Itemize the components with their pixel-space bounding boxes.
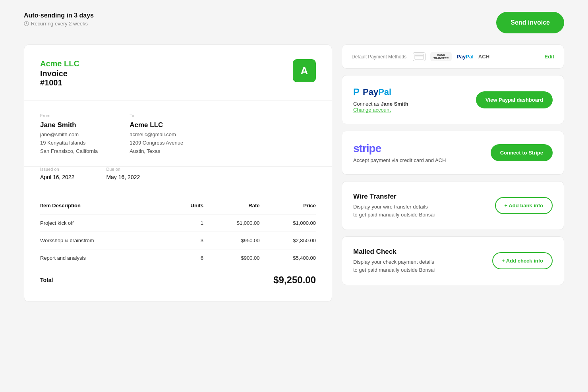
wire-transfer-card-left: Wire Transfer Display your wire transfer… [353, 193, 435, 218]
add-check-info-button[interactable]: + Add check info [492, 252, 553, 269]
paypal-connect-as: Connect as Jane Smith [353, 101, 408, 107]
bank-transfer-icon: BANKTRANSFER [430, 52, 452, 61]
col-rate-header: Rate [203, 203, 259, 214]
wire-transfer-description: Display your wire transfer details to ge… [353, 203, 435, 218]
paypal-change-account-link[interactable]: Change account [353, 107, 408, 113]
connect-to-stripe-button[interactable]: Connect to Stripe [491, 144, 553, 161]
svg-rect-1 [415, 54, 424, 60]
to-block: To Acme LLC acmellc@gmail.com 1209 Congr… [130, 113, 183, 155]
item-rate: $1,000.00 [203, 214, 259, 232]
col-price-header: Price [260, 203, 316, 214]
item-description: Workshop & brainstrom [40, 232, 172, 249]
invoice-total: Total $9,250.00 [24, 266, 332, 301]
stripe-card: stripe Accept payment via credit card an… [342, 131, 564, 175]
stripe-logo: stripe [353, 142, 446, 155]
item-price: $2,850.00 [260, 232, 316, 249]
paypal-payment-icon: PayPal [456, 54, 474, 60]
main-layout: Acme LLC Invoice #1001 A From Jane Smith… [24, 44, 564, 302]
from-details: jane@smith.com 19 Kenyatta Islands San F… [40, 131, 98, 155]
page-header: Auto-sending in 3 days Recurring every 2… [24, 12, 564, 33]
from-block: From Jane Smith jane@smith.com 19 Kenyat… [40, 113, 98, 155]
paypal-logo-text: PayPal [363, 87, 391, 97]
to-name: Acme LLC [130, 121, 183, 129]
send-invoice-button[interactable]: Send invoice [496, 12, 564, 33]
stripe-card-left: stripe Accept payment via credit card an… [353, 142, 446, 163]
item-units: 3 [172, 232, 203, 249]
item-units: 1 [172, 214, 203, 232]
table-row: Report and analysis 6 $900.00 $5,400.00 [40, 249, 316, 267]
auto-sending-title: Auto-sending in 3 days [24, 12, 94, 19]
invoice-title-text: Invoice #1001 [40, 69, 79, 87]
edit-payment-methods-link[interactable]: Edit [544, 54, 554, 60]
to-label: To [130, 113, 183, 118]
table-row: Workshop & brainstrom 3 $950.00 $2,850.0… [40, 232, 316, 249]
mailed-check-card-left: Mailed Check Display your check payment … [353, 248, 435, 274]
invoice-title-block: Acme LLC Invoice #1001 [40, 59, 79, 87]
right-panel: Default Payment Methods BANKTRANSFER [342, 44, 564, 285]
payment-icons-row: BANKTRANSFER PayPal ACH [413, 52, 538, 61]
item-description: Project kick off [40, 214, 172, 232]
total-label: Total [40, 277, 53, 283]
mailed-check-title: Mailed Check [353, 248, 435, 256]
total-amount: $9,250.00 [273, 274, 316, 286]
invoice-parties: From Jane Smith jane@smith.com 19 Kenyat… [24, 100, 332, 167]
items-table: Item Description Units Rate Price Projec… [40, 203, 316, 266]
wire-transfer-card: Wire Transfer Display your wire transfer… [342, 181, 564, 230]
paypal-p-icon: P [353, 87, 360, 98]
recurring-label: Recurring every 2 weeks [24, 21, 94, 27]
item-price: $5,400.00 [260, 249, 316, 267]
item-rate: $900.00 [203, 249, 259, 267]
due-on-value: May 16, 2022 [106, 174, 140, 180]
invoice-dates: Issued on April 16, 2022 Due on May 16, … [24, 167, 332, 191]
invoice-company-name: Acme LLC [40, 59, 79, 68]
add-bank-info-button[interactable]: + Add bank info [495, 197, 553, 214]
issued-on-value: April 16, 2022 [40, 174, 74, 180]
issued-on-label: Issued on [40, 167, 74, 172]
col-item-header: Item Description [40, 203, 172, 214]
table-row: Project kick off 1 $1,000.00 $1,000.00 [40, 214, 316, 232]
col-units-header: Units [172, 203, 203, 214]
to-details: acmellc@gmail.com 1209 Congress Avenue A… [130, 131, 183, 155]
item-price: $1,000.00 [260, 214, 316, 232]
stripe-description: Accept payment via credit card and ACH [353, 157, 446, 163]
svg-rect-2 [415, 55, 424, 56]
paypal-card: P PayPal Connect as Jane Smith Change ac… [342, 75, 564, 124]
paypal-card-left: P PayPal Connect as Jane Smith Change ac… [353, 87, 408, 113]
item-rate: $950.00 [203, 232, 259, 249]
wire-transfer-title: Wire Transfer [353, 193, 435, 201]
mailed-check-card: Mailed Check Display your check payment … [342, 236, 564, 285]
invoice-panel: Acme LLC Invoice #1001 A From Jane Smith… [24, 44, 332, 302]
invoice-items-section: Item Description Units Rate Price Projec… [24, 191, 332, 266]
mailed-check-description: Display your check payment details to ge… [353, 258, 435, 274]
header-left: Auto-sending in 3 days Recurring every 2… [24, 12, 94, 27]
invoice-avatar: A [293, 59, 316, 82]
due-on-label: Due on [106, 167, 140, 172]
due-on-block: Due on May 16, 2022 [106, 167, 140, 180]
view-paypal-dashboard-button[interactable]: View Paypal dashboard [476, 91, 553, 108]
card-payment-icon [413, 52, 426, 61]
payment-methods-label: Default Payment Methods [352, 54, 406, 60]
payment-methods-bar: Default Payment Methods BANKTRANSFER [342, 44, 564, 69]
paypal-logo: P PayPal [353, 87, 408, 98]
item-units: 6 [172, 249, 203, 267]
item-description: Report and analysis [40, 249, 172, 267]
issued-on-block: Issued on April 16, 2022 [40, 167, 74, 180]
from-name: Jane Smith [40, 121, 98, 129]
clock-icon [24, 21, 29, 26]
from-label: From [40, 113, 98, 118]
ach-payment-icon: ACH [478, 54, 489, 60]
invoice-header-section: Acme LLC Invoice #1001 A [24, 45, 332, 100]
